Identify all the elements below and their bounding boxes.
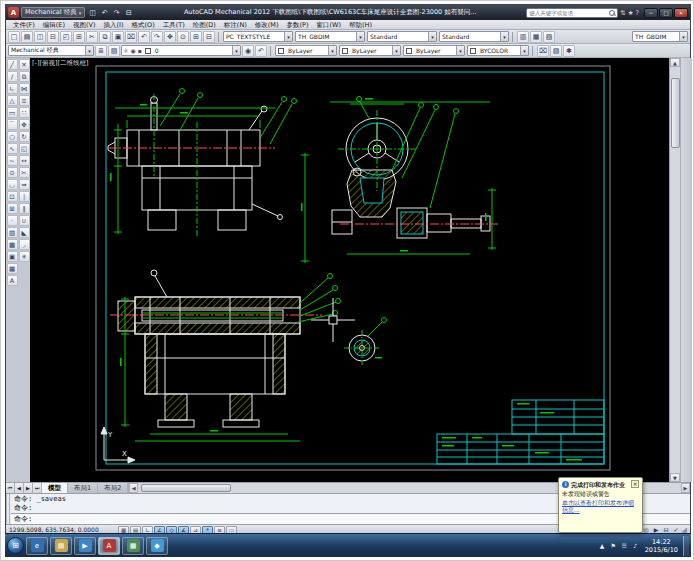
pan-icon[interactable]: ✥ xyxy=(164,31,176,43)
tray-flag-icon[interactable]: ⚑ xyxy=(609,542,618,549)
chamfer-tool[interactable]: ◣ xyxy=(19,227,30,238)
viewport-controls[interactable]: [-][俯视][二维线框] xyxy=(32,59,89,68)
fillet-tool[interactable]: ◞ xyxy=(19,239,30,250)
scroll-up-icon[interactable]: ▲ xyxy=(670,58,680,67)
scroll-left-icon[interactable]: ◀ xyxy=(129,483,138,493)
minimize-button[interactable]: ─ xyxy=(644,8,658,18)
layout-tab[interactable]: 模型 xyxy=(42,483,68,493)
tray-expand-icon[interactable]: ▲ xyxy=(598,542,607,549)
polygon-tool[interactable]: △ xyxy=(7,95,18,106)
paste-icon[interactable]: ▣ xyxy=(112,31,124,43)
qat-redo-icon[interactable]: ↷ xyxy=(111,7,122,18)
plot-preview-icon[interactable]: ◰ xyxy=(60,31,72,43)
tray-network-icon[interactable]: ☰ xyxy=(620,542,629,549)
chevron-down-icon[interactable]: ▾ xyxy=(328,46,336,55)
menu-item[interactable]: 标注(N) xyxy=(220,20,251,30)
chevron-down-icon[interactable]: ▾ xyxy=(284,32,292,41)
color-dropdown[interactable]: ByLayer ▾ xyxy=(275,45,337,56)
region-tool[interactable]: ▣ xyxy=(7,251,18,262)
plot-notify-icon[interactable]: ⊟ xyxy=(662,526,671,533)
match-layer-icon[interactable]: ⌧ xyxy=(537,45,549,57)
workspace-dropdown[interactable]: Mechanical 经典 ▾ xyxy=(8,45,94,56)
rotate-tool[interactable]: ↻ xyxy=(19,131,30,142)
erase-tool[interactable]: ✕ xyxy=(19,59,30,70)
qat-plot-icon[interactable]: ⊟ xyxy=(123,7,134,18)
make-object-layer-current-icon[interactable]: ◉ xyxy=(242,45,254,57)
layer-dropdown[interactable]: ☼◉▪ 0 ▾ xyxy=(121,45,241,56)
chevron-down-icon[interactable]: ▾ xyxy=(500,32,508,41)
chevron-down-icon[interactable]: ▾ xyxy=(85,46,93,55)
layer-walk-icon[interactable]: ▨ xyxy=(550,45,562,57)
layer-states-icon[interactable]: ▧ xyxy=(108,45,120,57)
extend-tool[interactable]: ⇒ xyxy=(19,179,30,190)
taskbar-media-icon[interactable]: ▶ xyxy=(74,537,96,555)
chevron-down-icon[interactable]: ▾ xyxy=(232,46,240,55)
cut-icon[interactable]: ✂ xyxy=(86,31,98,43)
tab-nav-arrow[interactable]: ⏮ xyxy=(6,483,15,493)
zoom-realtime-icon[interactable]: ⊙ xyxy=(177,31,189,43)
qat-save-icon[interactable]: ◫ xyxy=(87,7,98,18)
gradient-tool[interactable]: ▩ xyxy=(7,239,18,250)
taskbar-messenger-icon[interactable]: ◆ xyxy=(146,537,168,555)
toolpalettes-icon[interactable]: ▧ xyxy=(543,31,555,43)
designcenter-icon[interactable]: ▦ xyxy=(530,31,542,43)
break-point-tool[interactable]: ∣ xyxy=(19,191,30,202)
trusted-dwg-icon[interactable]: ✓ xyxy=(672,526,681,533)
menu-item[interactable]: 编辑(E) xyxy=(39,20,69,30)
close-button[interactable]: ✕ xyxy=(674,8,688,18)
mleader-style-dropdown[interactable]: Standard ▾ xyxy=(439,31,509,42)
scroll-right-icon[interactable]: ▶ xyxy=(681,483,690,493)
horizontal-scroll-thumb[interactable] xyxy=(141,484,231,492)
stretch-tool[interactable]: ↔ xyxy=(19,155,30,166)
infocenter-favorites-icon[interactable]: ★ xyxy=(628,9,634,17)
showmotion-icon[interactable]: ▶ xyxy=(652,526,661,533)
point-tool[interactable]: · xyxy=(7,215,18,226)
chevron-down-icon[interactable]: ▾ xyxy=(356,32,364,41)
revcloud-tool[interactable]: ∿ xyxy=(7,143,18,154)
chevron-down-icon[interactable]: ▾ xyxy=(679,32,687,41)
layer-properties-icon[interactable]: ≣ xyxy=(95,45,107,57)
open-icon[interactable]: ▤ xyxy=(21,31,33,43)
zoom-previous-icon[interactable]: ⊟ xyxy=(203,31,215,43)
chevron-down-icon[interactable]: ▾ xyxy=(392,46,400,55)
lineweight-dropdown[interactable]: ByLayer ▾ xyxy=(403,45,465,56)
qnew-icon[interactable]: □ xyxy=(8,31,20,43)
menu-item[interactable]: 文件(F) xyxy=(9,20,39,30)
taskbar-viewer-icon[interactable]: ▦ xyxy=(122,537,144,555)
show-desktop-button[interactable] xyxy=(683,536,689,556)
rectangle-tool[interactable]: ▭ xyxy=(7,107,18,118)
match-properties-icon[interactable]: ⌧ xyxy=(125,31,137,43)
scale-tool[interactable]: ◱ xyxy=(19,143,30,154)
notification-close-button[interactable]: ✕ xyxy=(631,480,639,488)
copy-clip-icon[interactable]: ⧉ xyxy=(99,31,111,43)
qat-undo-icon[interactable]: ↶ xyxy=(99,7,110,18)
menu-item[interactable]: 参数(P) xyxy=(282,20,312,30)
menu-item[interactable]: 工具(T) xyxy=(159,20,189,30)
search-input[interactable] xyxy=(529,10,609,16)
table-tool[interactable]: ▦ xyxy=(7,263,18,274)
ellipse-tool[interactable]: ⊙ xyxy=(7,167,18,178)
infocenter-help-icon[interactable]: ? xyxy=(636,9,639,17)
current-dimstyle-dropdown[interactable]: TH_GBDIM ▾ xyxy=(632,31,688,42)
tray-volume-icon[interactable]: ♪ xyxy=(631,542,640,549)
layer-previous-icon[interactable]: ↶ xyxy=(255,45,267,57)
chevron-down-icon[interactable]: ▾ xyxy=(520,46,528,55)
vertical-scroll-thumb[interactable] xyxy=(671,78,680,148)
copy-tool[interactable]: ⧉ xyxy=(19,71,30,82)
taskbar-autocad-icon[interactable]: A xyxy=(98,537,120,555)
trim-tool[interactable]: ✂ xyxy=(19,167,30,178)
menu-item[interactable]: 帮助(H) xyxy=(345,20,376,30)
infocenter-exchange-icon[interactable]: ⇅ xyxy=(620,9,625,17)
scroll-down-icon[interactable]: ▼ xyxy=(670,473,680,482)
tab-nav-arrow[interactable]: ⏭ xyxy=(33,483,42,493)
hatch-tool[interactable]: ▨ xyxy=(7,227,18,238)
publish-icon[interactable]: ⊞ xyxy=(73,31,85,43)
polyline-tool[interactable]: ∟ xyxy=(7,83,18,94)
insert-block-tool[interactable]: ⊡ xyxy=(7,191,18,202)
search-icon[interactable] xyxy=(609,10,615,16)
spline-tool[interactable]: ~ xyxy=(7,155,18,166)
drawing-area[interactable]: Y X [-][俯视][二维线框] xyxy=(30,58,669,482)
offset-tool[interactable]: ≡ xyxy=(19,95,30,106)
notification-details-link[interactable]: 单击以查看打印和发布详细信息... xyxy=(562,499,639,513)
menu-item[interactable]: 修改(M) xyxy=(251,20,283,30)
